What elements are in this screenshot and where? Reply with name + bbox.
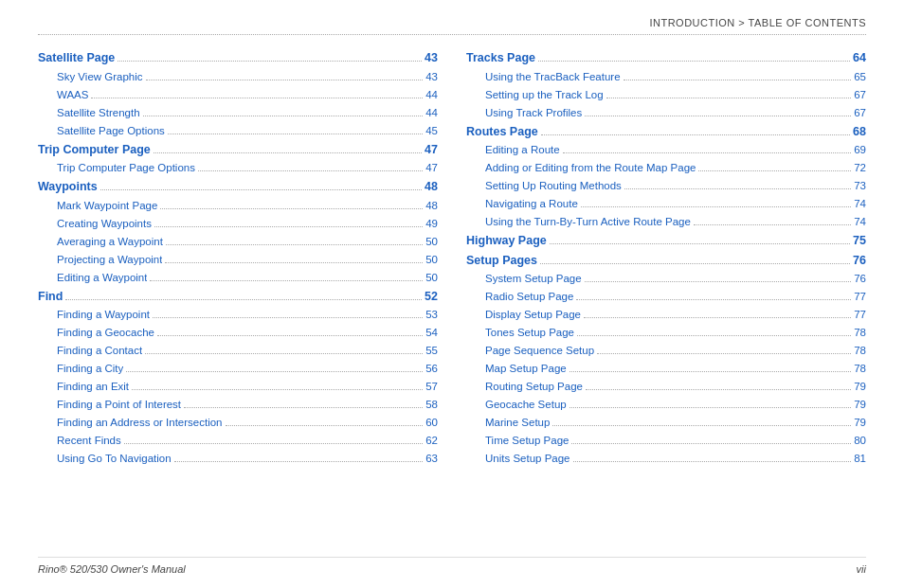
toc-item: Setup Pages76 — [466, 251, 866, 271]
toc-page: 43 — [425, 48, 438, 68]
toc-item: Finding an Exit57 — [38, 378, 438, 396]
toc-page: 75 — [853, 231, 866, 251]
page: Introduction > Table of Contents Satelli… — [0, 0, 904, 588]
toc-item: Editing a Waypoint50 — [38, 269, 438, 287]
toc-item: Finding a Point of Interest58 — [38, 396, 438, 414]
toc-page: 55 — [425, 342, 438, 360]
toc-item: Trip Computer Page Options47 — [38, 159, 438, 177]
toc-title: Page Sequence Setup — [485, 342, 594, 360]
toc-page: 50 — [425, 251, 438, 269]
toc-item: Geocache Setup79 — [466, 396, 866, 414]
toc-dots — [571, 443, 851, 444]
toc-dots — [541, 134, 850, 135]
toc-title: Marine Setup — [485, 414, 550, 432]
toc-page: 44 — [425, 104, 438, 122]
header: Introduction > Table of Contents — [38, 17, 866, 35]
toc-title: Highway Page — [466, 231, 547, 251]
toc-item: Finding a Geocache54 — [38, 324, 438, 342]
toc-item: Sky View Graphic43 — [38, 68, 438, 86]
toc-page: 79 — [854, 396, 866, 414]
toc-page: 57 — [425, 378, 438, 396]
toc-dots — [577, 335, 851, 336]
toc-title: Using Track Profiles — [485, 104, 582, 122]
toc-dots — [694, 224, 851, 225]
toc-dots — [570, 371, 852, 372]
toc-page: 72 — [854, 159, 866, 177]
toc-dots — [165, 262, 423, 263]
toc-item: Setting up the Track Log67 — [466, 86, 866, 104]
toc-dots — [624, 80, 852, 80]
toc-page: 73 — [854, 177, 866, 195]
toc-page: 74 — [854, 213, 866, 231]
toc-dots — [145, 353, 423, 354]
toc-page: 62 — [425, 432, 438, 450]
toc-dots — [585, 116, 851, 116]
toc-dots — [606, 98, 852, 98]
toc-page: 49 — [425, 215, 438, 233]
toc-title: Satellite Page Options — [57, 122, 165, 140]
toc-page: 65 — [854, 68, 866, 86]
toc-item: Time Setup Page80 — [466, 432, 866, 450]
toc-title: Trip Computer Page — [38, 140, 151, 160]
toc-item: Marine Setup79 — [466, 414, 866, 432]
toc-title: Units Setup Page — [485, 450, 570, 468]
toc-title: Mark Waypoint Page — [57, 197, 157, 215]
toc-title: Finding an Address or Intersection — [57, 414, 223, 432]
toc-item: Creating Waypoints49 — [38, 215, 438, 233]
toc-page: 78 — [854, 342, 866, 360]
toc-item: Highway Page75 — [466, 231, 866, 251]
toc-title: Finding a City — [57, 360, 123, 378]
toc-dots — [585, 281, 852, 282]
toc-title: Display Setup Page — [485, 306, 581, 324]
toc-item: Finding a Waypoint53 — [38, 306, 438, 324]
toc-item: Display Setup Page77 — [466, 306, 866, 324]
toc-dots — [153, 317, 423, 318]
toc-dots — [584, 317, 851, 318]
toc-item: Units Setup Page81 — [466, 450, 866, 468]
toc-item: Routing Setup Page79 — [466, 378, 866, 396]
toc-page: 79 — [854, 414, 866, 432]
toc-item: Finding a City56 — [38, 360, 438, 378]
footer-page-number: vii — [857, 563, 866, 575]
toc-title: Satellite Page — [38, 48, 115, 68]
toc-item: Navigating a Route74 — [466, 195, 866, 213]
toc-dots — [150, 280, 423, 281]
toc-page: 47 — [425, 159, 438, 177]
toc-title: Tones Setup Page — [485, 324, 574, 342]
toc-page: 67 — [854, 104, 866, 122]
toc-item: WAAS44 — [38, 86, 438, 104]
toc-title: Time Setup Page — [485, 432, 569, 450]
toc-item: Page Sequence Setup78 — [466, 342, 866, 360]
toc-dots — [538, 61, 850, 62]
toc-page: 78 — [854, 360, 866, 378]
toc-title: Setup Pages — [466, 251, 537, 271]
toc-dots — [91, 98, 423, 98]
footer-title-text: Rino® 520/530 Owner's Manual — [38, 563, 186, 575]
toc-item: System Setup Page76 — [466, 270, 866, 288]
toc-page: 69 — [854, 141, 866, 159]
toc-page: 50 — [425, 269, 438, 287]
toc-page: 79 — [854, 378, 866, 396]
toc-item: Satellite Strength44 — [38, 104, 438, 122]
toc-page: 64 — [853, 48, 866, 68]
toc-item: Recent Finds62 — [38, 432, 438, 450]
header-text: Introduction > Table of Contents — [649, 17, 866, 28]
toc-dots — [157, 335, 423, 336]
toc-title: Find — [38, 287, 63, 307]
toc-item: Waypoints48 — [38, 177, 438, 197]
toc-item: Using Track Profiles67 — [466, 104, 866, 122]
toc-dots — [174, 461, 424, 462]
toc-dots — [132, 389, 423, 390]
toc-title: Routes Page — [466, 122, 538, 142]
toc-dots — [552, 425, 851, 426]
toc-dots — [168, 134, 423, 134]
toc-title: Map Setup Page — [485, 360, 567, 378]
toc-title: Satellite Strength — [57, 104, 140, 122]
toc-dots — [126, 371, 423, 372]
toc-item: Routes Page68 — [466, 122, 866, 142]
toc-title: Navigating a Route — [485, 195, 578, 213]
toc-item: Tracks Page64 — [466, 48, 866, 68]
toc-page: 58 — [425, 396, 438, 414]
toc-item: Map Setup Page78 — [466, 360, 866, 378]
toc-dots — [65, 299, 422, 300]
